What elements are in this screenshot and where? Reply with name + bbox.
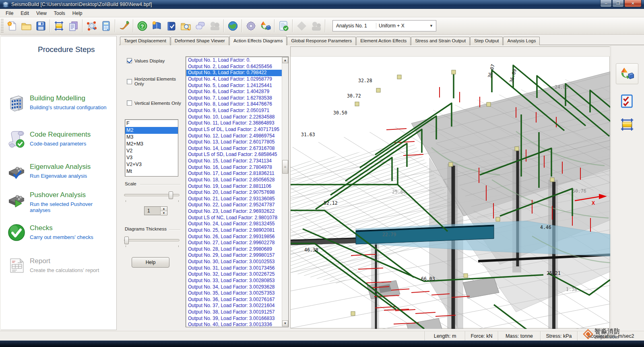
menu-item-view[interactable]: View [33, 10, 50, 17]
output-row[interactable]: Output No. 23, Load Factor: 2.96932622 [186, 208, 282, 215]
output-row[interactable]: Output No. 30, Load Factor: 3.00102553 [186, 259, 282, 265]
sidebar-item-eigenvalue-analysis[interactable]: Eigenvalue Analysis Run Eigenvalue analy… [7, 162, 113, 181]
values-display-checkbox[interactable]: Values Display [127, 58, 165, 63]
output-row[interactable]: Output No. 12, Load Factor: 2.49869754 [186, 133, 282, 139]
output-row[interactable]: Output No. 32, Load Factor: 3.00226725 [186, 271, 282, 278]
new-file-icon[interactable] [4, 19, 19, 33]
sidebar-item-checks[interactable]: Checks Carry out members' checks [7, 223, 113, 242]
output-row[interactable]: Output LS of SD, Load Factor: 2.6858645 [186, 152, 282, 158]
frame-section-icon[interactable] [52, 19, 66, 33]
verify-book-icon[interactable] [164, 19, 178, 33]
horizontal-elements-checkbox[interactable]: Horizontal Elements Only [127, 77, 179, 86]
output-row[interactable]: Output No. 9, Load Factor: 2.0501971 [186, 108, 282, 114]
output-row[interactable]: Output No. 35, Load Factor: 3.00257353 [186, 290, 282, 297]
tab-analysis-logs[interactable]: Analysis Logs [503, 37, 540, 45]
output-row[interactable]: Output No. 36, Load Factor: 3.00276167 [186, 297, 282, 303]
output-row[interactable]: Output No. 28, Load Factor: 2.9980689 [186, 246, 282, 253]
output-row[interactable]: Output No. 40, Load Factor: 3.0013336 [186, 322, 282, 326]
tab-deformed-shape-viewer[interactable]: Deformed Shape Viewer [171, 37, 229, 45]
search-folder-icon[interactable] [178, 19, 193, 33]
output-row[interactable]: Output No. 11, Load Factor: 2.36864893 [186, 120, 282, 127]
step-subtitle[interactable]: Carry out members' checks [30, 234, 93, 240]
component-option-v2+v3[interactable]: V2+V3 [125, 161, 178, 168]
paintbrush-icon[interactable] [117, 19, 131, 33]
sidebar-item-pushover-analysis[interactable]: Pushover Analysis Run the selected Pusho… [7, 190, 113, 213]
output-row[interactable]: Output No. 17, Load Factor: 2.81836211 [186, 170, 282, 177]
toolbar-grip[interactable] [1, 19, 4, 33]
output-row[interactable]: Output No. 33, Load Factor: 3.00280853 [186, 278, 282, 284]
web-icon[interactable] [225, 19, 240, 33]
output-row[interactable]: Output No. 19, Load Factor: 2.8811106 [186, 183, 282, 190]
scrollbar-thumb[interactable] [282, 160, 288, 174]
vertical-elements-checkbox[interactable]: Vertical Elements Only [127, 100, 183, 106]
output-row[interactable]: Output No. 18, Load Factor: 2.85056528 [186, 177, 282, 183]
scroll-down-icon[interactable]: ▼ [282, 320, 288, 326]
structure-view-icon[interactable] [84, 19, 99, 33]
manual-book-icon[interactable] [149, 19, 164, 33]
output-row[interactable]: Output No. 15, Load Factor: 2.7341134 [186, 158, 282, 164]
checkbox-icon[interactable] [127, 100, 132, 106]
scale-slider[interactable] [124, 194, 180, 196]
component-option-m2+m3[interactable]: M2+M3 [125, 141, 178, 148]
minimize-button[interactable]: – [600, 0, 612, 7]
output-row[interactable]: Output No. 8, Load Factor: 1.84476676 [186, 101, 282, 108]
output-list-scrollbar[interactable]: ▲ ▼ [282, 57, 288, 326]
shapes-icon[interactable] [258, 19, 272, 33]
menu-item-edit[interactable]: Edit [17, 10, 32, 17]
output-row[interactable]: Output LS of NC, Load Factor: 2.9801078 [186, 215, 282, 221]
viewer-3d[interactable]: X 32.2830.7230.5031.6352.1246.3825.6822.… [290, 46, 610, 328]
output-row[interactable]: Output No. 6, Load Factor: 1.4042879 [186, 89, 282, 95]
shapes-tool-icon[interactable] [616, 63, 638, 84]
output-row[interactable]: Output No. 7, Load Factor: 1.62783538 [186, 95, 282, 102]
chevron-down-icon[interactable]: ▼ [429, 24, 433, 28]
output-row[interactable]: Output No. 38, Load Factor: 3.00191257 [186, 309, 282, 316]
component-listbox[interactable]: FM2M3M2+M3V2V3V2+V3Mt [125, 119, 178, 177]
checkbox-icon[interactable] [127, 79, 132, 84]
component-option-m3[interactable]: M3 [125, 134, 178, 141]
spinner-up-icon[interactable]: ▲ [161, 207, 167, 211]
tab-step-output[interactable]: Step Output [470, 37, 503, 45]
component-option-mt[interactable]: Mt [125, 168, 178, 175]
menu-item-tools[interactable]: Tools [51, 10, 68, 17]
output-row[interactable]: Output No. 22, Load Factor: 2.95247787 [186, 202, 282, 208]
save-icon[interactable] [33, 19, 48, 33]
help-icon[interactable]: ? [135, 19, 149, 33]
output-row[interactable]: Output No. 3, Load Factor: 0.798422 [186, 70, 282, 76]
output-row[interactable]: Output No. 1, Load Factor: 0. [186, 57, 282, 64]
checkbox-checked-icon[interactable] [127, 58, 132, 63]
calculator-icon[interactable] [99, 19, 113, 33]
frame-tool-icon[interactable] [616, 114, 638, 135]
output-row[interactable]: Output No. 37, Load Factor: 3.00221604 [186, 303, 282, 309]
help-button[interactable]: Help [132, 257, 169, 268]
output-row[interactable]: Output No. 14, Load Factor: 2.67316708 [186, 145, 282, 152]
output-row[interactable]: Output No. 5, Load Factor: 1.24125441 [186, 83, 282, 89]
analysis-combo[interactable]: Analysis No. 1 Uniform + X ▼ [332, 20, 436, 31]
sidebar-item-building-modelling[interactable]: Building Modelling Building's structural… [7, 94, 113, 112]
output-row[interactable]: Output No. 16, Load Factor: 2.7804978 [186, 164, 282, 171]
output-row[interactable]: Output No. 2, Load Factor: 0.64255456 [186, 64, 282, 70]
output-row[interactable]: Output No. 34, Load Factor: 3.00293628 [186, 284, 282, 291]
step-subtitle[interactable]: Code-based parameters [30, 141, 91, 147]
menu-item-help[interactable]: Help [69, 10, 86, 17]
output-row[interactable]: Output No. 26, Load Factor: 2.99319856 [186, 234, 282, 240]
component-option-v2[interactable]: V2 [125, 148, 178, 154]
scale-slider-thumb[interactable] [169, 191, 173, 199]
title-bar[interactable]: SeismoBuild [C:\Users\santon\Desktop\Zoi… [0, 0, 644, 9]
output-row[interactable]: Output No. 10, Load Factor: 2.22634588 [186, 114, 282, 121]
settings-gear-icon[interactable] [244, 19, 258, 33]
tab-global-response-parameters[interactable]: Global Response Parameters [287, 37, 356, 45]
output-row[interactable]: Output No. 27, Load Factor: 2.99602278 [186, 240, 282, 246]
step-subtitle[interactable]: Run Eigenvalue analysis [30, 173, 91, 179]
output-report-icon[interactable] [276, 19, 291, 33]
scale-spinner[interactable]: 1 ▲▼ [144, 206, 167, 215]
step-subtitle[interactable]: Building's structural configuration [30, 104, 106, 110]
open-folder-icon[interactable] [19, 19, 33, 33]
thickness-slider-thumb[interactable] [124, 237, 129, 244]
output-row[interactable]: Output No. 31, Load Factor: 3.00173456 [186, 265, 282, 272]
component-option-v3[interactable]: V3 [125, 154, 178, 161]
output-row[interactable]: Output No. 20, Load Factor: 2.90757698 [186, 189, 282, 196]
thickness-slider[interactable] [124, 239, 180, 241]
spinner-down-icon[interactable]: ▼ [161, 211, 167, 216]
output-listbox[interactable]: Output No. 1, Load Factor: 0.Output No. … [186, 56, 289, 327]
tab-element-action-effects[interactable]: Element Action Effects [356, 37, 411, 45]
